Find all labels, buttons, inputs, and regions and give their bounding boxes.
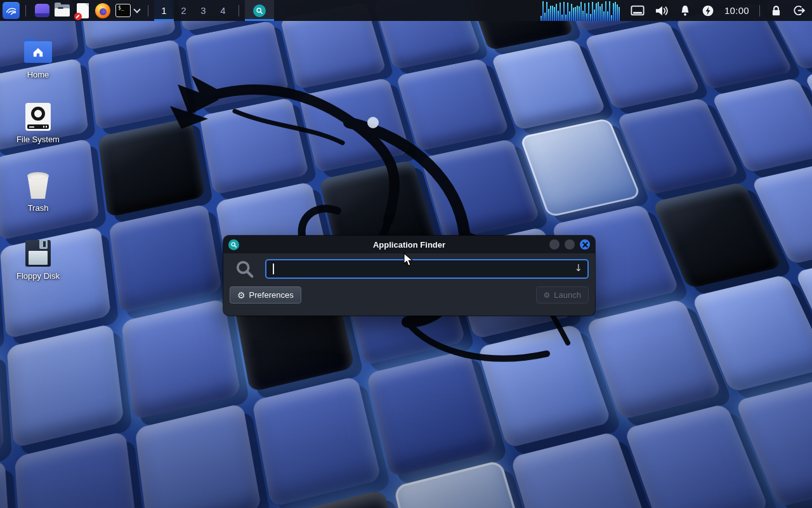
launch-button[interactable]: ⚙ Launch bbox=[536, 286, 589, 304]
cpu-graph-bar bbox=[592, 2, 593, 21]
lock-screen-icon[interactable] bbox=[770, 4, 782, 17]
application-finder-icon bbox=[253, 4, 266, 17]
file-manager-icon bbox=[55, 4, 70, 17]
text-editor-icon bbox=[77, 3, 89, 18]
cpu-graph-bar bbox=[561, 15, 563, 21]
cpu-graph-bar bbox=[577, 6, 578, 21]
gear-icon: ⚙ bbox=[237, 291, 246, 300]
close-button[interactable] bbox=[580, 239, 590, 250]
cpu-graph-bar bbox=[558, 11, 559, 21]
cpu-graph-bar bbox=[582, 11, 584, 21]
cpu-graph[interactable] bbox=[540, 0, 620, 21]
desktop-icon-label: Trash bbox=[8, 203, 69, 213]
cpu-graph-bar bbox=[552, 6, 553, 21]
cpu-graph-bar bbox=[607, 11, 608, 21]
cpu-graph-bar bbox=[588, 3, 589, 21]
cpu-graph-bar bbox=[554, 7, 555, 21]
dropdown-arrow-icon[interactable]: ↓ bbox=[574, 262, 582, 274]
desktop-icon-label: File System bbox=[8, 135, 69, 144]
maximize-button[interactable] bbox=[565, 239, 575, 250]
desktop-icon-label: Floppy Disk bbox=[8, 271, 69, 281]
workspace-button-2[interactable]: 2 bbox=[174, 0, 193, 21]
desktop-icon-label: Home bbox=[8, 70, 69, 79]
logout-icon[interactable] bbox=[792, 4, 806, 17]
cpu-graph-bar bbox=[617, 4, 618, 21]
cpu-graph-bar bbox=[586, 13, 587, 21]
search-input[interactable] bbox=[265, 259, 589, 279]
launcher-terminal[interactable]: $_ bbox=[113, 0, 133, 21]
cpu-graph-bar bbox=[605, 1, 606, 21]
text-caret bbox=[273, 264, 274, 274]
launcher-text-editor[interactable] bbox=[72, 0, 93, 21]
cpu-graph-bar bbox=[573, 8, 574, 21]
desktop-icon-file-system[interactable]: File System bbox=[8, 102, 69, 144]
launcher-app-window[interactable]: ••• bbox=[32, 0, 52, 21]
cpu-graph-bar bbox=[567, 3, 568, 21]
floppy-disk-icon bbox=[25, 240, 51, 267]
preferences-button-label: Preferences bbox=[249, 290, 294, 300]
top-panel: ••• $_ 1 2 3 4 bbox=[0, 0, 812, 21]
panel-separator bbox=[759, 5, 760, 17]
cpu-graph-bar bbox=[560, 3, 561, 21]
close-icon bbox=[582, 242, 588, 248]
cpu-graph-bar bbox=[601, 4, 603, 21]
firefox-icon bbox=[95, 3, 110, 18]
terminal-dropdown-chevron-icon[interactable] bbox=[133, 6, 140, 13]
notification-bell-icon[interactable] bbox=[679, 4, 691, 17]
panel-separator bbox=[148, 5, 148, 17]
cpu-graph-bar bbox=[596, 3, 597, 21]
cpu-graph-bar bbox=[590, 14, 591, 21]
minimize-button[interactable] bbox=[549, 239, 560, 250]
home-folder-icon bbox=[24, 41, 52, 63]
cpu-graph-bar bbox=[603, 11, 605, 21]
cpu-graph-bar bbox=[611, 15, 612, 21]
cpu-graph-bar bbox=[563, 2, 565, 21]
cpu-graph-bar bbox=[599, 6, 601, 21]
workspace-button-4[interactable]: 4 bbox=[213, 0, 233, 21]
launcher-file-manager[interactable] bbox=[52, 0, 72, 21]
workspace-button-1[interactable]: 1 bbox=[154, 0, 174, 21]
panel-separator bbox=[25, 5, 26, 17]
cpu-graph-bar bbox=[609, 1, 610, 21]
cpu-graph-bar bbox=[544, 13, 546, 21]
cpu-graph-bar bbox=[594, 10, 595, 21]
clock[interactable]: 10:00 bbox=[724, 5, 749, 16]
cpu-graph-bar bbox=[548, 9, 549, 21]
desktop-icon-home[interactable]: Home bbox=[8, 37, 69, 79]
house-icon bbox=[32, 46, 44, 58]
cpu-graph-bar bbox=[613, 3, 614, 21]
volume-icon[interactable] bbox=[655, 4, 669, 17]
kali-logo-icon bbox=[4, 4, 18, 17]
cpu-graph-bar bbox=[575, 7, 576, 21]
application-finder-window: Application Finder ↓ ⚙ bbox=[223, 236, 595, 316]
hard-drive-icon bbox=[25, 103, 51, 131]
cpu-graph-bar bbox=[615, 2, 616, 21]
run-gears-icon: ⚙ bbox=[544, 291, 551, 300]
search-icon bbox=[235, 260, 254, 279]
cpu-graph-bar bbox=[584, 3, 586, 21]
panel-separator bbox=[239, 5, 239, 17]
system-tray: 10:00 bbox=[631, 4, 806, 17]
preferences-button[interactable]: ⚙ Preferences bbox=[230, 286, 301, 304]
launcher-firefox[interactable] bbox=[93, 0, 113, 21]
cpu-graph-bar bbox=[540, 16, 542, 21]
cpu-graph-bar bbox=[546, 2, 547, 21]
cpu-graph-bar bbox=[619, 7, 620, 21]
applications-menu-button[interactable] bbox=[3, 2, 20, 19]
power-manager-icon[interactable] bbox=[702, 4, 714, 17]
trash-icon bbox=[26, 172, 50, 199]
taskbar-application-finder-button[interactable] bbox=[245, 0, 274, 21]
workspace-button-3[interactable]: 3 bbox=[193, 0, 213, 21]
titlebar[interactable]: Application Finder bbox=[223, 236, 595, 253]
launch-button-label: Launch bbox=[554, 290, 581, 300]
cpu-graph-bar bbox=[569, 11, 570, 21]
cpu-graph-bar bbox=[598, 2, 599, 21]
app-window-icon: ••• bbox=[35, 4, 49, 17]
desktop-icon-trash[interactable]: Trash bbox=[8, 170, 69, 213]
terminal-icon: $_ bbox=[115, 4, 131, 17]
cpu-graph-bar bbox=[565, 15, 566, 21]
display-icon[interactable] bbox=[631, 5, 645, 17]
desktop-icon-floppy-disk[interactable]: Floppy Disk bbox=[8, 238, 69, 281]
cpu-graph-bar bbox=[542, 1, 544, 21]
cpu-graph-bar bbox=[571, 4, 572, 21]
